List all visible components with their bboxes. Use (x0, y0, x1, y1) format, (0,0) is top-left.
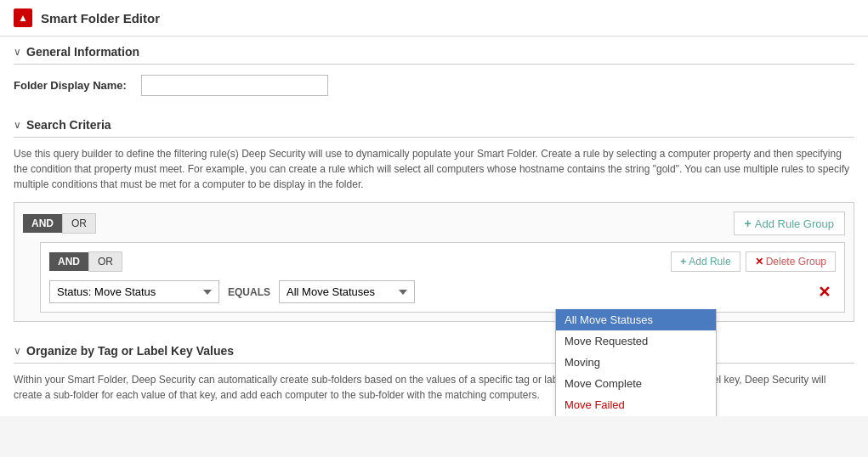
rule-property-select[interactable]: Status: Move Status (49, 280, 219, 303)
dropdown-item-moving[interactable]: Moving (556, 352, 716, 373)
general-information-body: Folder Display Name: (14, 65, 854, 110)
general-information-chevron: ∨ (14, 46, 21, 58)
search-description: Use this query builder to define the fil… (14, 146, 854, 192)
rule-equals-label: EQUALS (228, 286, 270, 298)
add-rule-group-button[interactable]: + Add Rule Group (734, 212, 845, 235)
organize-by-tag-section: ∨ Organize by Tag or Label Key Values Wi… (14, 336, 854, 403)
general-information-header[interactable]: ∨ General Information (14, 37, 854, 65)
app-header: ▲ Smart Folder Editor (0, 0, 868, 37)
general-information-section: ∨ General Information Folder Display Nam… (14, 37, 854, 110)
dropdown-item-move-complete[interactable]: Move Complete (556, 373, 716, 394)
search-criteria-header[interactable]: ∨ Search Criteria (14, 110, 854, 138)
rule-builder-top: AND OR + Add Rule Group (23, 212, 845, 235)
dropdown-item-all-move-statuses[interactable]: All Move Statuses (556, 309, 716, 330)
inner-and-button[interactable]: AND (49, 252, 88, 271)
inner-btn-group: AND OR (49, 251, 122, 272)
organize-by-tag-chevron: ∨ (14, 345, 21, 357)
rule-row: Status: Move Status EQUALS All Move Stat… (49, 280, 836, 303)
organize-by-tag-body: Within your Smart Folder, Deep Security … (14, 364, 854, 403)
folder-display-name-label: Folder Display Name: (14, 79, 133, 92)
add-rule-button[interactable]: + Add Rule (671, 251, 740, 272)
app-logo: ▲ (14, 8, 32, 27)
delete-group-button[interactable]: ✕ Delete Group (746, 251, 836, 272)
inner-or-button[interactable]: OR (88, 251, 122, 272)
rule-value-dropdown[interactable]: All Move Statuses Move Requested Moving … (555, 309, 717, 416)
delete-group-x-icon: ✕ (755, 256, 763, 268)
add-rule-label: Add Rule (689, 256, 730, 268)
folder-display-name-row: Folder Display Name: (14, 75, 854, 96)
folder-display-name-input[interactable] (141, 75, 328, 96)
search-criteria-title: Search Criteria (26, 118, 111, 132)
dropdown-item-move-failed-activate[interactable]: Move Failed (Failed to activate) (556, 415, 716, 416)
top-btn-group: AND OR (23, 213, 96, 234)
rule-group-inner-top: AND OR + Add Rule ✕ Delete Group (49, 251, 836, 272)
delete-group-label: Delete Group (766, 256, 826, 268)
general-information-title: General Information (26, 45, 139, 59)
search-criteria-chevron: ∨ (14, 119, 21, 131)
top-and-button[interactable]: AND (23, 214, 62, 233)
add-rule-group-label: Add Rule Group (755, 217, 834, 230)
rule-builder: AND OR + Add Rule Group AND OR (14, 202, 854, 322)
rule-group-inner: AND OR + Add Rule ✕ Delete Group (40, 242, 845, 313)
organize-by-tag-header[interactable]: ∨ Organize by Tag or Label Key Values (14, 336, 854, 364)
dropdown-item-move-failed[interactable]: Move Failed (556, 394, 716, 415)
rule-delete-button[interactable]: ✕ (813, 283, 836, 302)
add-rule-plus-icon: + (680, 256, 686, 268)
rule-value-select[interactable]: All Move Statuses (279, 280, 415, 303)
add-rule-group-plus-icon: + (745, 217, 752, 230)
organize-by-tag-title: Organize by Tag or Label Key Values (26, 344, 234, 358)
rule-value-container: All Move Statuses All Move Statuses Move… (279, 280, 415, 303)
main-content: ∨ General Information Folder Display Nam… (0, 37, 868, 416)
search-criteria-section: ∨ Search Criteria Use this query builder… (14, 110, 854, 329)
dropdown-item-move-requested[interactable]: Move Requested (556, 330, 716, 352)
organize-description: Within your Smart Folder, Deep Security … (14, 372, 854, 403)
rule-group-actions: + Add Rule ✕ Delete Group (671, 251, 836, 272)
search-criteria-body: Use this query builder to define the fil… (14, 138, 854, 329)
app-logo-icon: ▲ (18, 12, 28, 24)
top-or-button[interactable]: OR (62, 213, 96, 234)
app-title: Smart Folder Editor (41, 11, 160, 25)
